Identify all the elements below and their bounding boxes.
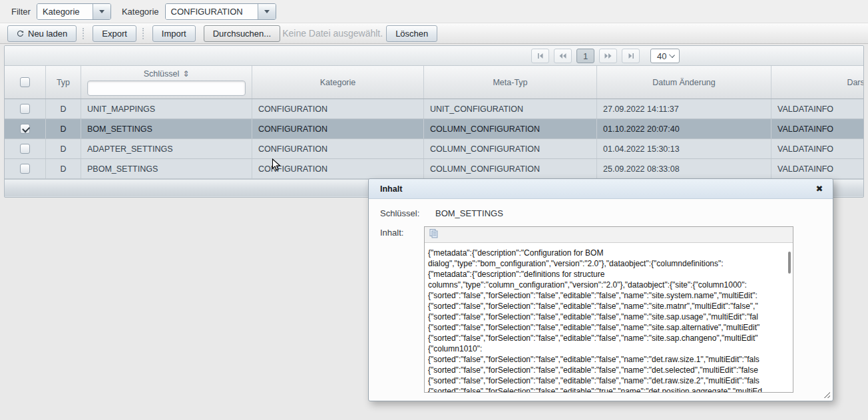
schluessel-filter-input[interactable] bbox=[87, 81, 246, 96]
page-size-select[interactable]: 40 bbox=[650, 49, 680, 63]
cell-schluessel: PBOM_SETTINGS bbox=[81, 159, 252, 178]
data-grid-panel: 1 40 Typ Schlüssel bbox=[4, 45, 864, 198]
toolbar-separator bbox=[142, 28, 145, 39]
column-header-kategorie[interactable]: Kategorie bbox=[252, 66, 424, 99]
column-header-typ[interactable]: Typ bbox=[46, 66, 81, 99]
cell-meta-typ: UNIT_CONFIGURATION bbox=[424, 99, 597, 118]
row-checkbox-checked[interactable] bbox=[20, 124, 30, 134]
delete-button[interactable]: Löschen bbox=[386, 25, 437, 42]
cell-typ: D bbox=[46, 139, 81, 158]
column-header-schluessel-label: Schlüssel bbox=[144, 69, 180, 79]
row-checkbox-cell bbox=[5, 99, 46, 118]
dropdown-arrow-button[interactable] bbox=[258, 4, 276, 19]
last-page-icon bbox=[627, 53, 635, 59]
cell-datum-aenderung: 01.04.2022 15:30:13 bbox=[597, 139, 771, 158]
export-button[interactable]: Export bbox=[93, 25, 136, 42]
reload-button-label: Neu laden bbox=[28, 29, 67, 39]
pager: 1 40 bbox=[531, 49, 680, 63]
column-header-datum-aenderung[interactable]: Datum Änderung bbox=[597, 66, 771, 99]
dialog-title: Inhalt bbox=[380, 184, 814, 194]
mouse-cursor bbox=[272, 158, 284, 174]
previous-page-button[interactable] bbox=[554, 49, 572, 63]
inhalt-label: Inhalt: bbox=[380, 228, 403, 238]
table-row[interactable]: D ADAPTER_SETTINGS CONFIGURATION COLUMN_… bbox=[5, 139, 863, 159]
export-button-label: Export bbox=[102, 29, 127, 39]
column-header-darstellung[interactable]: Darstellung bbox=[771, 66, 864, 99]
chevron-down-icon bbox=[669, 52, 675, 58]
chevron-down-icon bbox=[99, 10, 105, 13]
arrow-cursor-icon bbox=[272, 158, 284, 172]
cell-schluessel: ADAPTER_SETTINGS bbox=[81, 139, 252, 158]
pagination-bar: 1 40 bbox=[5, 46, 863, 66]
next-page-button[interactable] bbox=[599, 49, 617, 63]
browse-button-label: Durchsuchen... bbox=[213, 29, 271, 39]
schluessel-value: BOM_SETTINGS bbox=[435, 208, 503, 218]
cell-darstellung: VALDATAINFO bbox=[771, 119, 864, 138]
first-page-button[interactable] bbox=[531, 49, 549, 63]
filter-type-dropdown-value: Kategorie bbox=[37, 4, 93, 19]
dialog-key-row: Schlüssel: BOM_SETTINGS bbox=[380, 208, 503, 218]
last-page-button[interactable] bbox=[622, 49, 640, 63]
close-icon[interactable]: ✖ bbox=[814, 184, 825, 194]
row-checkbox-cell bbox=[5, 159, 46, 178]
cell-kategorie: CONFIGURATION bbox=[252, 139, 424, 158]
cell-typ: D bbox=[46, 99, 81, 118]
cell-typ: D bbox=[46, 159, 81, 178]
cell-datum-aenderung: 01.10.2022 20:07:40 bbox=[597, 119, 771, 138]
row-checkbox[interactable] bbox=[20, 164, 30, 174]
table-header-row: Typ Schlüssel ⇕ Kategorie Meta-Typ Datum… bbox=[5, 66, 863, 99]
sort-icon[interactable]: ⇕ bbox=[182, 69, 189, 79]
row-checkbox[interactable] bbox=[20, 104, 30, 114]
content-json-text[interactable]: {"metadata":{"description":"Configuratio… bbox=[425, 244, 787, 392]
row-checkbox[interactable] bbox=[20, 144, 30, 154]
column-header-schluessel[interactable]: Schlüssel ⇕ bbox=[81, 66, 252, 99]
filter-bar: Filter Kategorie Kategorie CONFIGURATION bbox=[0, 0, 868, 23]
browse-file-button[interactable]: Durchsuchen... bbox=[204, 25, 280, 42]
cell-darstellung: VALDATAINFO bbox=[771, 159, 864, 178]
table-row-selected[interactable]: D BOM_SETTINGS CONFIGURATION COLUMN_CONF… bbox=[5, 119, 863, 139]
cell-kategorie: CONFIGURATION bbox=[252, 119, 424, 138]
select-all-header-cell bbox=[5, 66, 46, 99]
row-checkbox-cell bbox=[5, 139, 46, 158]
no-file-selected-text: Keine Datei ausgewählt. bbox=[282, 28, 383, 39]
select-all-checkbox[interactable] bbox=[20, 77, 30, 87]
cell-kategorie: CONFIGURATION bbox=[252, 99, 424, 118]
schluessel-label: Schlüssel: bbox=[380, 208, 424, 218]
app-window: Filter Kategorie Kategorie CONFIGURATION… bbox=[0, 0, 868, 420]
dialog-titlebar[interactable]: Inhalt ✖ bbox=[369, 179, 833, 199]
category-dropdown-value: CONFIGURATION bbox=[166, 4, 258, 19]
category-label: Kategorie bbox=[122, 7, 159, 17]
refresh-icon bbox=[17, 30, 24, 37]
previous-page-icon bbox=[558, 53, 567, 59]
dialog-resize-grip[interactable] bbox=[823, 391, 830, 398]
inhalt-dialog: Inhalt ✖ Schlüssel: BOM_SETTINGS Inhalt: bbox=[368, 178, 833, 401]
reload-button[interactable]: Neu laden bbox=[7, 25, 77, 42]
content-textarea[interactable]: {"metadata":{"description":"Configuratio… bbox=[424, 226, 793, 393]
main-toolbar: Neu laden Export Import Durchsuchen... K… bbox=[0, 23, 868, 44]
dropdown-arrow-button[interactable] bbox=[93, 4, 110, 19]
table-row[interactable]: D UNIT_MAPPINGS CONFIGURATION UNIT_CONFI… bbox=[5, 99, 863, 119]
toolbar-separator bbox=[83, 28, 85, 39]
page-size-value: 40 bbox=[657, 51, 666, 61]
import-button[interactable]: Import bbox=[152, 25, 196, 42]
cell-meta-typ: COLUMN_CONFIGURATION bbox=[424, 159, 597, 178]
textarea-scrollbar-thumb[interactable] bbox=[788, 252, 791, 274]
current-page-button[interactable]: 1 bbox=[576, 49, 594, 63]
row-checkbox-cell bbox=[5, 119, 46, 138]
copy-icon[interactable] bbox=[429, 228, 439, 241]
filter-label: Filter bbox=[11, 7, 31, 17]
cell-darstellung: VALDATAINFO bbox=[771, 139, 864, 158]
cell-darstellung: VALDATAINFO bbox=[771, 99, 864, 118]
column-header-meta-typ[interactable]: Meta-Typ bbox=[424, 66, 597, 99]
cell-datum-aenderung: 27.09.2022 14:11:37 bbox=[597, 99, 771, 118]
cell-schluessel: UNIT_MAPPINGS bbox=[81, 99, 252, 118]
next-page-icon bbox=[604, 53, 612, 59]
category-dropdown[interactable]: CONFIGURATION bbox=[165, 3, 276, 20]
filter-type-dropdown[interactable]: Kategorie bbox=[37, 3, 111, 20]
cell-typ: D bbox=[46, 119, 81, 138]
cell-schluessel: BOM_SETTINGS bbox=[81, 119, 252, 138]
cell-datum-aenderung: 25.09.2022 08:33:08 bbox=[597, 159, 771, 178]
chevron-down-icon bbox=[264, 10, 270, 13]
import-button-label: Import bbox=[162, 29, 186, 39]
table-row[interactable]: D PBOM_SETTINGS CONFIGURATION COLUMN_CON… bbox=[5, 159, 863, 179]
